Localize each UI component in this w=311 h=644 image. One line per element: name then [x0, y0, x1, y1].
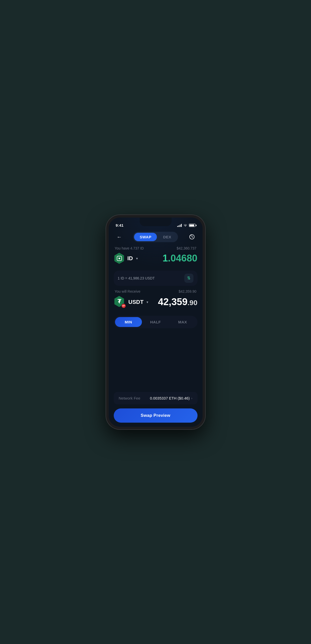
- network-fee-value: 0.0035337 ETH ($0.46): [150, 396, 190, 400]
- to-usd-value: $42,359.90: [178, 289, 196, 293]
- from-usd-value: $42,360.737: [177, 246, 197, 250]
- to-token-symbol: USDT: [128, 299, 144, 305]
- from-token-row: ID ▾ 1.04680: [114, 253, 198, 264]
- exchange-rate-row: 1 ID = 41,986.23 USDT ⇅: [114, 271, 198, 286]
- from-amount-whole: 1: [162, 253, 168, 263]
- to-amount-decimal: .90: [188, 299, 198, 307]
- to-receive-label: You will Receive: [115, 289, 140, 293]
- network-fee-section: Network Fee 0.0035337 ETH ($0.46) ›: [114, 392, 198, 404]
- to-token-selector[interactable]: ₮ OP USDT ▾: [114, 296, 149, 308]
- history-button[interactable]: [187, 232, 197, 241]
- back-arrow-icon: ←: [117, 234, 122, 240]
- header: ← SWAP DEX: [109, 230, 203, 246]
- to-token-section: You will Receive $42,359.90 ₮ OP: [114, 289, 198, 308]
- wifi-icon: [183, 223, 187, 227]
- swap-direction-button[interactable]: ⇅: [184, 274, 193, 283]
- min-button[interactable]: MIN: [115, 317, 142, 327]
- status-icons: [177, 223, 195, 227]
- signal-icon: [177, 224, 182, 227]
- to-token-chevron-icon: ▾: [146, 300, 148, 304]
- network-fee-chevron-icon: ›: [191, 396, 192, 400]
- from-token-symbol: ID: [127, 255, 133, 262]
- from-have-label: You have 4.737 ID: [115, 246, 144, 250]
- to-token-amount: 42,359.90: [158, 296, 197, 307]
- to-token-info: You will Receive $42,359.90: [114, 289, 198, 293]
- id-token-icon: [114, 253, 125, 264]
- from-amount-decimal: .04680: [168, 253, 197, 263]
- tab-dex[interactable]: DEX: [157, 233, 177, 241]
- to-amount-whole: 42,359: [158, 296, 187, 307]
- swap-arrows-icon: ⇅: [187, 276, 190, 280]
- half-button[interactable]: HALF: [142, 317, 169, 327]
- network-fee-value-row[interactable]: 0.0035337 ETH ($0.46) ›: [150, 396, 192, 400]
- usdt-token-icon: ₮ OP: [114, 296, 126, 308]
- to-token-row: ₮ OP USDT ▾ 42,359.90: [114, 296, 198, 308]
- main-content: You have 4.737 ID $42,360.737: [109, 246, 203, 427]
- from-token-chevron-icon: ▾: [136, 256, 138, 260]
- status-time: 9:41: [116, 223, 124, 227]
- from-token-selector[interactable]: ID ▾: [114, 253, 138, 264]
- back-button[interactable]: ←: [115, 232, 124, 241]
- amount-buttons: MIN HALF MAX: [114, 316, 198, 328]
- from-token-amount: 1.04680: [162, 253, 197, 264]
- nav-tabs: SWAP DEX: [133, 232, 178, 242]
- op-badge: OP: [121, 304, 126, 308]
- swap-preview-button[interactable]: Swap Preview: [114, 408, 198, 423]
- exchange-rate-text: 1 ID = 41,986.23 USDT: [118, 276, 155, 280]
- network-fee-label: Network Fee: [119, 396, 140, 400]
- battery-icon: [189, 224, 195, 227]
- from-token-section: You have 4.737 ID $42,360.737: [114, 246, 198, 264]
- content-spacer: [114, 332, 198, 392]
- history-icon: [189, 234, 195, 240]
- from-token-info: You have 4.737 ID $42,360.737: [114, 246, 198, 250]
- max-button[interactable]: MAX: [169, 317, 196, 327]
- tab-swap[interactable]: SWAP: [134, 233, 157, 241]
